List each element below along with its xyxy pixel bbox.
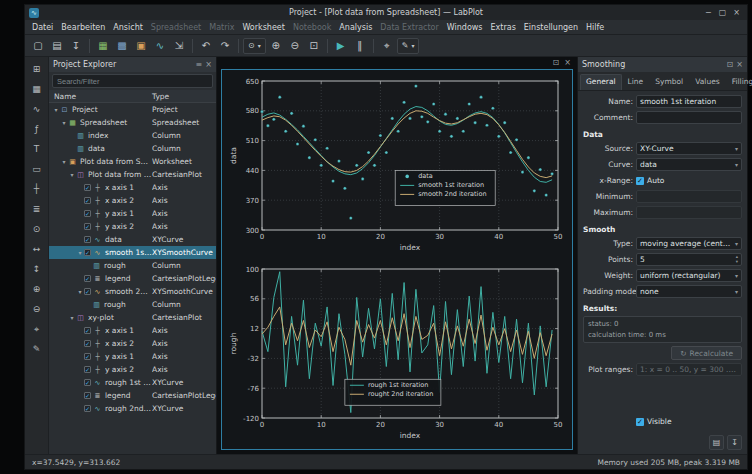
add-axis-icon[interactable]: ┼ (29, 181, 45, 197)
start-icon[interactable]: ▶ (332, 37, 350, 55)
visibility-checkbox[interactable]: ✓ (84, 366, 91, 373)
pause-icon[interactable]: ‖ (351, 37, 369, 55)
expander-icon[interactable]: ▾ (52, 106, 60, 113)
tree-row-index-column[interactable]: ▥indexColumn (49, 129, 216, 142)
tree-row-x-axis-1-axis[interactable]: ✓┼x axis 1Axis (49, 181, 216, 194)
visibility-checkbox[interactable]: ✓ (84, 275, 91, 282)
visibility-checkbox[interactable]: ✓ (84, 223, 91, 230)
minimize-button[interactable]: − (705, 8, 712, 17)
close-button[interactable]: × (733, 8, 740, 17)
expander-icon[interactable]: ▾ (68, 171, 76, 178)
new-worksheet-icon[interactable]: ▣ (132, 37, 150, 55)
tree-row-legend-cartesianplotlegend[interactable]: ✓≣legendCartesianPlotLegend (49, 272, 216, 285)
tree-row-x-axis-1-axis[interactable]: ✓┼x axis 1Axis (49, 324, 216, 337)
visibility-checkbox[interactable]: ✓ (84, 379, 91, 386)
plot-data-from-spreadsheet[interactable]: 01020304050300370440510580650indexdatada… (226, 74, 568, 258)
tree-row-y-axis-1-axis[interactable]: ✓┼y axis 1Axis (49, 207, 216, 220)
dock-close-icon[interactable]: × (736, 60, 743, 69)
zoom-in-plot-icon[interactable]: ⊕ (29, 281, 45, 297)
redo-icon[interactable]: ↷ (216, 37, 234, 55)
save-template-icon[interactable]: ↧ (727, 435, 742, 450)
visibility-checkbox[interactable]: ✓ (84, 197, 91, 204)
menu-datei[interactable]: Datei (28, 23, 57, 32)
tree-row-rough-column[interactable]: ▥roughColumn (49, 298, 216, 311)
add-image-icon[interactable]: ▭ (29, 161, 45, 177)
tree-row-y-axis-2-axis[interactable]: ✓┼y axis 2Axis (49, 363, 216, 376)
import-icon[interactable]: ⇲ (170, 37, 188, 55)
cursor-mode-icon[interactable]: ⌖ (378, 37, 396, 55)
menu-hilfe[interactable]: Hilfe (582, 23, 608, 32)
add-plot-icon[interactable]: ⊞ (29, 61, 45, 77)
subwindow-close-icon[interactable]: × (564, 58, 571, 67)
type-select[interactable]: moving average (central)▾ (636, 237, 742, 250)
new-matrix-icon[interactable]: ▩ (113, 37, 131, 55)
subwindow-restore-icon[interactable]: ⊡ (553, 58, 560, 67)
tab-values[interactable]: Values (689, 74, 726, 90)
visibility-checkbox[interactable]: ✓ (84, 340, 91, 347)
expander-icon[interactable]: ▾ (68, 314, 76, 321)
tree-row-smooth-2nd-iteration-xysmoothcurve[interactable]: ▾✓∿smooth 2nd iterationXYSmoothCurve (49, 285, 216, 298)
column-header-type[interactable]: Type (152, 92, 216, 101)
search-input[interactable] (52, 74, 213, 88)
add-equation-curve-icon[interactable]: ƒ (29, 121, 45, 137)
xrange-auto-checkbox[interactable]: ✓ (636, 177, 644, 185)
source-select[interactable]: XY-Curve▾ (636, 142, 742, 155)
tree-row-x-axis-2-axis[interactable]: ✓┼x axis 2Axis (49, 337, 216, 350)
tree-row-data-xycurve[interactable]: ✓∿dataXYCurve (49, 233, 216, 246)
mouse-mode-combo[interactable]: ✎▾ (397, 38, 420, 54)
tab-filling[interactable]: Filling (726, 74, 752, 90)
load-template-icon[interactable]: ▤ (709, 435, 724, 450)
zoom-out-plot-icon[interactable]: ⊖ (29, 301, 45, 317)
tree-row-x-axis-2-axis[interactable]: ✓┼x axis 2Axis (49, 194, 216, 207)
visibility-checkbox[interactable]: ✓ (84, 184, 91, 191)
menu-windows[interactable]: Windows (443, 23, 487, 32)
expander-icon[interactable]: ▾ (60, 119, 68, 126)
maximize-button[interactable]: ▢ (719, 8, 727, 17)
shift-x-icon[interactable]: ↔ (29, 241, 45, 257)
visibility-checkbox[interactable]: ✓ (84, 288, 91, 295)
add-legend-icon[interactable]: ≣ (29, 201, 45, 217)
add-text-label-icon[interactable]: T (29, 141, 45, 157)
menu-extras[interactable]: Extras (487, 23, 520, 32)
visible-checkbox[interactable]: ✓ (636, 418, 644, 426)
menu-worksheet[interactable]: Worksheet (238, 23, 288, 32)
dock-float-icon[interactable]: ⊡ (727, 60, 734, 69)
undo-icon[interactable]: ↶ (197, 37, 215, 55)
menu-bearbeiten[interactable]: Bearbeiten (57, 23, 109, 32)
auto-scale-icon[interactable]: ⌖ (29, 321, 45, 337)
tab-line[interactable]: Line (622, 74, 650, 90)
expander-icon[interactable]: ▾ (60, 158, 68, 165)
zoom-mode-combo[interactable]: ⊙▾ (243, 38, 266, 54)
visibility-checkbox[interactable]: ✓ (84, 210, 91, 217)
zoom-select-icon[interactable]: ⊙ (29, 221, 45, 237)
visibility-checkbox[interactable]: ✓ (84, 405, 91, 412)
tree-row-rough-2nd-iteration-xycurve[interactable]: ✓∿rough 2nd iterationXYCurve (49, 402, 216, 415)
add-spreadsheet-icon[interactable]: ▦ (29, 81, 45, 97)
shift-y-icon[interactable]: ↕ (29, 261, 45, 277)
tree-row-rough-1st-iteration-xycurve[interactable]: ✓∿rough 1st iterationXYCurve (49, 376, 216, 389)
spin-arrows[interactable]: ▴▾ (736, 255, 738, 264)
tree-row-y-axis-1-axis[interactable]: ✓┼y axis 1Axis (49, 350, 216, 363)
tab-general[interactable]: General (580, 74, 622, 90)
tree-row-project-project[interactable]: ▾⊡ProjectProject (49, 103, 216, 116)
expander-icon[interactable]: ▾ (76, 249, 84, 256)
zoom-in-icon[interactable]: ⊕ (267, 37, 285, 55)
new-project-icon[interactable]: ▢ (29, 37, 47, 55)
fit-page-icon[interactable]: ⊡ (305, 37, 323, 55)
visibility-checkbox[interactable]: ✓ (84, 327, 91, 334)
spin-down-icon[interactable]: ▾ (736, 260, 738, 265)
tab-symbol[interactable]: Symbol (649, 74, 689, 90)
tree-row-xy-plot-cartesianplot[interactable]: ▾◫xy-plotCartesianPlot (49, 311, 216, 324)
tree-row-spreadsheet-spreadsheet[interactable]: ▾▦SpreadsheetSpreadsheet (49, 116, 216, 129)
tree-row-y-axis-2-axis[interactable]: ✓┼y axis 2Axis (49, 220, 216, 233)
comment-input[interactable] (636, 111, 742, 124)
visibility-checkbox[interactable]: ✓ (84, 236, 91, 243)
column-header-name[interactable]: Name (49, 92, 152, 101)
menu-ansicht[interactable]: Ansicht (109, 23, 147, 32)
padding-mode-select[interactable]: none▾ (636, 285, 742, 298)
panel-menu-icon[interactable]: ≡ (196, 60, 203, 69)
expander-icon[interactable]: ▾ (76, 288, 84, 295)
visibility-checkbox[interactable]: ✓ (84, 249, 91, 256)
visibility-checkbox[interactable]: ✓ (84, 353, 91, 360)
edit-mode-icon[interactable]: ✎ (29, 341, 45, 357)
